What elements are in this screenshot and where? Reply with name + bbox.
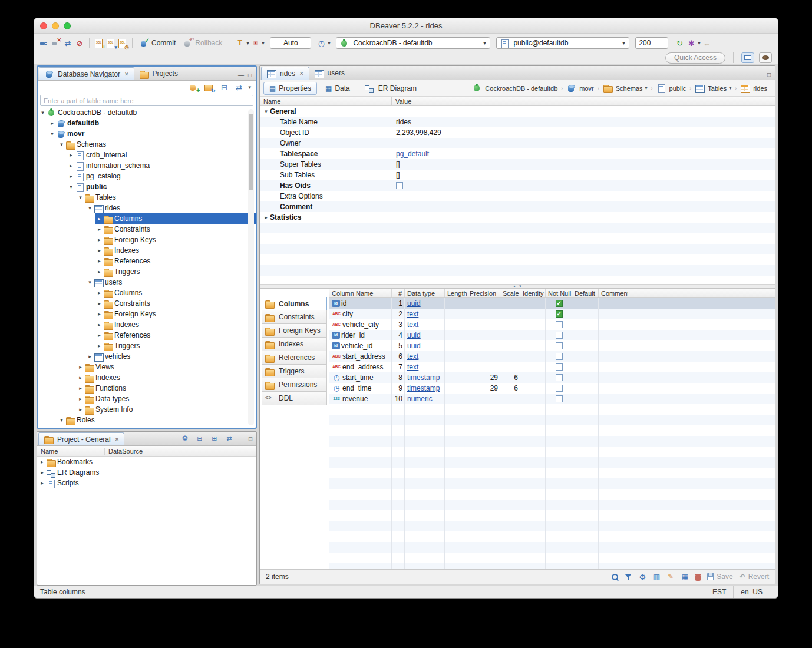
expand-arrow[interactable]: ▾	[58, 141, 65, 147]
pending-transactions-caret-icon[interactable]: ▾	[262, 41, 264, 46]
minimize-view-icon[interactable]: —	[238, 72, 244, 78]
not-null-checkbox[interactable]	[556, 374, 563, 381]
column-header-precision[interactable]: Precision	[467, 289, 500, 297]
property-value[interactable]: []	[392, 171, 775, 179]
column-row-vehicle-id[interactable]: vehicle_id5uuid	[329, 340, 775, 351]
expand-arrow[interactable]: ▾	[86, 279, 94, 285]
property-row-table-name[interactable]: Table Namerides	[260, 117, 775, 127]
tab-projects[interactable]: Projects	[134, 67, 183, 80]
expand-arrow[interactable]: ▸	[77, 375, 84, 381]
data-type-link[interactable]: uuid	[407, 299, 421, 308]
data-type-link[interactable]: text	[407, 320, 418, 329]
breadcrumb-item-tables[interactable]: Tables▾	[693, 83, 733, 93]
editor-tab-rides[interactable]: rides ✕	[261, 67, 309, 80]
detail-tab-constraints[interactable]: Constraints	[262, 310, 327, 324]
tree-item-functions[interactable]: ▸Functions	[77, 383, 256, 394]
recent-sql-script-icon[interactable]: ◷	[117, 38, 128, 48]
scrollbar-thumb[interactable]	[249, 114, 253, 190]
expand-arrow[interactable]: ▾	[48, 131, 56, 137]
transaction-log-icon[interactable]: ◷	[316, 38, 326, 48]
filter-icon[interactable]	[625, 573, 632, 581]
expand-arrow[interactable]: ▸	[95, 237, 103, 243]
breadcrumb-item-rides[interactable]: rides	[738, 83, 769, 93]
expand-arrow[interactable]: ▾	[67, 184, 75, 190]
titlebar[interactable]: DBeaver 5.2.2 - rides	[34, 18, 778, 34]
disconnect-icon[interactable]	[51, 38, 61, 48]
collapse-all-icon[interactable]: ⊟	[219, 82, 229, 92]
expand-arrow[interactable]: ▸	[77, 364, 84, 370]
configure-columns-icon[interactable]: ▥	[652, 572, 661, 582]
data-type-link[interactable]: text	[407, 310, 418, 318]
open-sql-script-icon[interactable]: ▾	[105, 38, 116, 48]
maximize-view-icon[interactable]: □	[767, 71, 771, 78]
property-row-comment[interactable]: Comment	[260, 201, 775, 212]
breadcrumb-item-cockroachdb-defaultdb[interactable]: CockroachDB - defaultdb	[470, 83, 559, 93]
not-null-checkbox[interactable]	[556, 321, 563, 328]
column-row-id[interactable]: id1uuid	[329, 298, 775, 309]
not-null-checkbox[interactable]	[556, 363, 563, 371]
view-menu-icon[interactable]: ▾	[248, 84, 251, 90]
expand-arrow[interactable]: ▸	[95, 226, 103, 232]
tree-item-foreign-keys[interactable]: ▸Foreign Keys	[95, 234, 256, 245]
tree-item-users[interactable]: ▾users	[86, 277, 256, 287]
column-row-vehicle-city[interactable]: vehicle_city3text	[329, 319, 775, 330]
data-type-link[interactable]: timestamp	[407, 373, 440, 382]
detail-tab-ddl[interactable]: DDL	[262, 392, 327, 405]
close-icon[interactable]: ✕	[124, 71, 129, 77]
transaction-mode-caret-icon[interactable]: ▾	[246, 41, 249, 46]
not-null-checkbox[interactable]	[556, 342, 563, 349]
minimize-view-icon[interactable]: —	[757, 71, 763, 78]
tree-item-public[interactable]: ▾public	[67, 181, 256, 192]
commit-mode-select[interactable]: Auto	[270, 37, 311, 49]
connection-select[interactable]: CockroachDB - defaultdb ▼	[336, 37, 490, 49]
expand-arrow[interactable]: ▸	[95, 300, 103, 306]
detail-tab-triggers[interactable]: Triggers	[262, 365, 327, 378]
has-oids-checkbox[interactable]	[396, 182, 403, 189]
save-button[interactable]: Save	[707, 573, 732, 581]
sql-assist-caret-icon[interactable]: ▾	[698, 41, 700, 46]
expand-arrow[interactable]: ▸	[67, 152, 75, 158]
minimize-view-icon[interactable]: —	[239, 435, 245, 442]
search-icon[interactable]	[611, 573, 619, 581]
tree-item-information-schema[interactable]: ▸information_schema	[67, 160, 256, 171]
tree-item-data-types[interactable]: ▸Data types	[77, 394, 256, 404]
data-type-link[interactable]: uuid	[407, 342, 421, 350]
tree-item-foreign-keys[interactable]: ▸Foreign Keys	[95, 309, 256, 319]
property-row-sub-tables[interactable]: Sub Tables[]	[260, 170, 775, 180]
new-connection-icon[interactable]	[39, 38, 49, 48]
column-header-default[interactable]: Default	[572, 289, 599, 297]
column-header-not-null[interactable]: Not Null	[546, 289, 572, 297]
sql-assist-icon[interactable]: ✱	[686, 38, 697, 48]
data-type-link[interactable]: text	[407, 352, 418, 361]
tree-item-constraints[interactable]: ▸Constraints	[95, 298, 256, 309]
expand-arrow[interactable]: ▾	[262, 108, 270, 114]
column-header-name[interactable]: Name	[260, 97, 392, 105]
column-row-start-time[interactable]: start_time8timestamp296	[329, 372, 775, 383]
tab-project-general[interactable]: Project - General ✕	[38, 432, 124, 445]
tree-item-pg-catalog[interactable]: ▸pg_catalog	[67, 171, 256, 181]
commit-button[interactable]: Commit	[137, 38, 179, 49]
tree-item-views[interactable]: ▸Views	[77, 362, 256, 372]
tree-item-vehicles[interactable]: ▸vehicles	[86, 351, 256, 362]
expand-arrow[interactable]: ▸	[77, 385, 84, 391]
abort-connection-icon[interactable]: ⊘	[74, 38, 85, 48]
expand-arrow[interactable]: ▸	[95, 216, 103, 221]
reconnect-icon[interactable]: ⇄	[62, 38, 73, 48]
editor-tab-users[interactable]: users	[309, 67, 349, 80]
tree-item-roles[interactable]: ▾Roles	[58, 415, 256, 425]
splitter-down-icon[interactable]: ▼	[519, 285, 522, 288]
tree-item-columns[interactable]: ▸Columns	[95, 213, 256, 224]
schema-select[interactable]: public@defaultdb ▼	[496, 37, 629, 49]
breadcrumb-item-schemas[interactable]: Schemas▾	[601, 83, 649, 93]
collapse-all-icon[interactable]: ⊟	[194, 434, 205, 444]
revert-button[interactable]: ↶ Revert	[739, 572, 769, 582]
minimize-window-button[interactable]	[52, 22, 59, 29]
not-null-checkbox[interactable]	[556, 310, 563, 318]
tree-item-schemas[interactable]: ▾Schemas	[58, 139, 256, 150]
tree-item-triggers[interactable]: ▸Triggers	[95, 266, 256, 277]
splitter[interactable]: ▲ ▼	[260, 284, 775, 289]
refresh-icon[interactable]: ↻	[674, 38, 685, 48]
breadcrumb-item-movr[interactable]: movr	[565, 83, 595, 93]
resize-grip[interactable]	[770, 586, 778, 598]
breadcrumb-item-public[interactable]: public	[655, 83, 688, 93]
